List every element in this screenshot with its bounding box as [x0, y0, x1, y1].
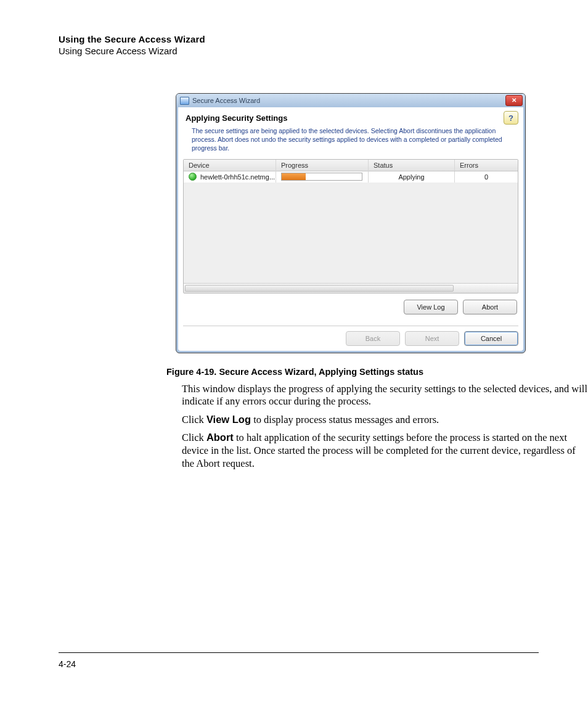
table-header: Device Progress Status Errors	[184, 160, 518, 171]
status-ok-icon	[189, 173, 197, 181]
col-header-progress: Progress	[276, 160, 369, 171]
wizard-nav-footer: Back Next Cancel	[183, 326, 518, 346]
p2-bold: View Log	[206, 414, 251, 425]
figure-caption: Figure 4-19. Secure Access Wizard, Apply…	[166, 367, 539, 377]
secure-access-wizard-window: Secure Access Wizard ✕ Applying Security…	[176, 93, 526, 353]
running-header: Using the Secure Access Wizard Using Sec…	[59, 34, 539, 56]
back-button: Back	[346, 331, 400, 346]
abort-button[interactable]: Abort	[463, 300, 517, 314]
page-footer: 4-24	[59, 652, 539, 669]
next-button: Next	[405, 331, 459, 346]
col-header-errors: Errors	[455, 160, 518, 171]
p3-bold: Abort	[206, 432, 234, 443]
p3-pre: Click	[182, 432, 206, 443]
progress-bar	[281, 173, 362, 181]
cell-status: Applying	[369, 171, 455, 183]
cell-errors: 0	[455, 171, 518, 183]
p3-post: to halt application of the security sett…	[182, 432, 576, 469]
col-header-device: Device	[184, 160, 276, 171]
table-row[interactable]: hewlett-0rhh51c.netmg... Applying 0	[184, 171, 518, 183]
cell-device: hewlett-0rhh51c.netmg...	[200, 173, 275, 181]
action-button-row: View Log Abort	[183, 300, 517, 314]
horizontal-scrollbar[interactable]	[184, 283, 518, 293]
progress-fill	[282, 173, 306, 180]
dialog-heading: Applying Security Settings	[186, 113, 504, 123]
titlebar: Secure Access Wizard ✕	[176, 94, 525, 107]
close-icon[interactable]: ✕	[505, 95, 523, 106]
cancel-button[interactable]: Cancel	[464, 331, 518, 346]
help-icon[interactable]: ?	[504, 111, 518, 125]
paragraph-3: Click Abort to halt application of the s…	[182, 431, 588, 470]
col-header-status: Status	[369, 160, 455, 171]
paragraph-2: Click View Log to display process status…	[182, 413, 588, 427]
p2-post: to display process status messages and e…	[251, 414, 439, 425]
dialog-description: The secure settings are being applied to…	[192, 126, 515, 153]
window-title: Secure Access Wizard	[192, 97, 505, 104]
app-icon	[180, 97, 189, 105]
device-progress-table: Device Progress Status Errors hewlett-0r…	[183, 159, 518, 293]
body-text: This window displays the progress of app…	[182, 383, 588, 470]
paragraph-1: This window displays the progress of app…	[182, 383, 588, 408]
p2-pre: Click	[182, 414, 206, 425]
header-section: Using Secure Access Wizard	[59, 46, 539, 56]
page-number: 4-24	[59, 659, 76, 669]
table-empty-area	[184, 183, 518, 283]
header-chapter: Using the Secure Access Wizard	[59, 34, 539, 44]
view-log-button[interactable]: View Log	[404, 300, 458, 314]
